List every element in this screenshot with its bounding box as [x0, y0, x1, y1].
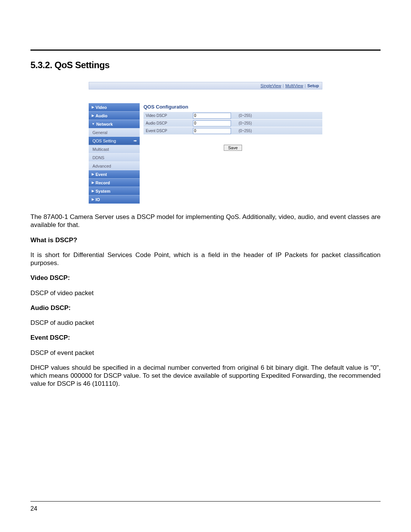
triangle-right-icon: ▶ [92, 105, 94, 109]
paragraph: The 87A00-1 Camera Server uses a DSCP mo… [30, 213, 381, 229]
nav-setup[interactable]: Setup [307, 83, 319, 88]
nav-separator: | [283, 83, 284, 88]
paragraph: DSCP of event packet [30, 349, 381, 357]
sidebar-item-label: DDNS [92, 155, 104, 160]
nav-singleview[interactable]: SingleView [261, 83, 281, 88]
embedded-screenshot: SingleView | MultiView | Setup ▶ Video ▶… [89, 82, 322, 204]
paragraph: DSCP of audio packet [30, 319, 381, 327]
sidebar-item-label: Event [96, 172, 107, 177]
sidebar-item-label: Advanced [92, 164, 111, 168]
nav-separator: | [305, 83, 306, 88]
row-audio-dscp: Audio DSCP (0~255) [143, 120, 322, 127]
field-label: Audio DSCP [143, 121, 193, 125]
sidebar-item-label: Network [96, 122, 113, 126]
subheading-audio-dscp: Audio DSCP: [30, 304, 381, 312]
subheading-video-dscp: Video DSCP: [30, 274, 381, 282]
sidebar-item-audio[interactable]: ▶ Audio [89, 112, 140, 120]
field-label: Video DSCP [143, 113, 193, 118]
sidebar-item-ddns[interactable]: DDNS [89, 153, 140, 162]
save-button[interactable]: Save [224, 145, 242, 151]
triangle-right-icon: ▶ [92, 114, 94, 117]
triangle-right-icon: ▶ [92, 173, 94, 176]
audio-dscp-input[interactable] [193, 120, 231, 126]
sidebar-item-label: QOS Setting [92, 139, 116, 143]
sidebar-item-label: General [92, 130, 107, 135]
subheading-what-is-dscp: What is DSCP? [30, 236, 381, 244]
field-hint: (0~255) [235, 113, 322, 118]
triangle-down-icon: ▼ [92, 122, 95, 126]
row-video-dscp: Video DSCP (0~255) [143, 112, 322, 120]
sidebar-item-general[interactable]: General [89, 128, 140, 137]
sidebar-item-label: Record [96, 181, 110, 185]
sidebar-item-label: Video [96, 105, 107, 110]
subheading-event-dscp: Event DSCP: [30, 334, 381, 342]
bottom-rule [30, 501, 381, 502]
config-panel: QOS Configuration Video DSCP (0~255) Aud… [143, 103, 322, 204]
sidebar-item-label: IO [96, 197, 100, 202]
sidebar-item-multicast[interactable]: Multicast [89, 145, 140, 153]
sidebar-item-qos-setting[interactable]: QOS Setting ➡ [89, 137, 140, 145]
sidebar-item-system[interactable]: ▶ System [89, 187, 140, 195]
sidebar-item-label: System [96, 189, 110, 193]
video-dscp-input[interactable] [193, 113, 231, 119]
triangle-right-icon: ▶ [92, 181, 94, 184]
sidebar-item-video[interactable]: ▶ Video [89, 103, 140, 112]
row-event-dscp: Event DSCP (0~255) [143, 127, 322, 135]
sidebar-item-io[interactable]: ▶ IO [89, 195, 140, 204]
sidebar-item-event[interactable]: ▶ Event [89, 170, 140, 179]
sidebar-item-advanced[interactable]: Advanced [89, 162, 140, 170]
nav-multiview[interactable]: MultiView [285, 83, 303, 88]
sidebar-item-record[interactable]: ▶ Record [89, 179, 140, 187]
sidebar-item-label: Audio [96, 113, 107, 118]
field-hint: (0~255) [235, 129, 322, 133]
topnav-bar: SingleView | MultiView | Setup [89, 82, 322, 89]
paragraph: It is short for Differential Services Co… [30, 251, 381, 267]
panel-title: QOS Configuration [143, 104, 322, 110]
paragraph: DSCP of video packet [30, 289, 381, 297]
body-text: The 87A00-1 Camera Server uses a DSCP mo… [30, 213, 381, 388]
section-heading: 5.3.2. QoS Settings [30, 60, 381, 70]
triangle-right-icon: ▶ [92, 189, 94, 193]
top-rule [30, 50, 381, 51]
save-button-wrap: Save [143, 145, 322, 151]
triangle-right-icon: ▶ [92, 198, 94, 201]
paragraph: DHCP values should be specified in a dec… [30, 364, 381, 388]
event-dscp-input[interactable] [193, 128, 231, 134]
sidebar: ▶ Video ▶ Audio ▼ Network General QOS Se… [89, 103, 140, 204]
arrow-right-icon: ➡ [134, 139, 137, 143]
page-number: 24 [30, 505, 37, 512]
field-hint: (0~255) [235, 121, 322, 125]
sidebar-item-label: Multicast [92, 147, 109, 152]
field-label: Event DSCP [143, 129, 193, 133]
sidebar-item-network[interactable]: ▼ Network [89, 120, 140, 128]
